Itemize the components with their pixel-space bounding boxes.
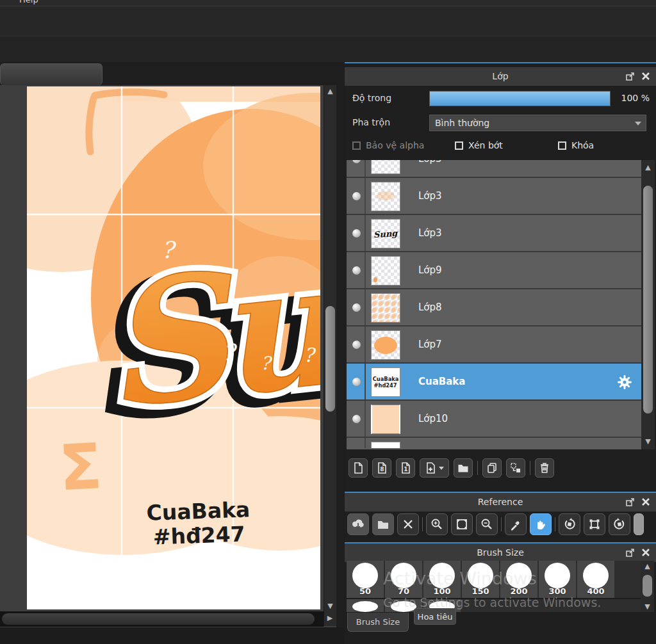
- layer-visibility-toggle[interactable]: [347, 438, 366, 448]
- import-image-button[interactable]: [347, 513, 369, 535]
- scroll-down-arrow-icon[interactable]: ▼: [324, 602, 336, 609]
- layer-list-scrollbar[interactable]: ▲ ▼: [641, 160, 655, 449]
- clear-reference-button[interactable]: [397, 513, 419, 535]
- delete-layer-button[interactable]: [535, 458, 554, 478]
- duplicate-layer-button[interactable]: [482, 458, 502, 478]
- close-icon[interactable]: [641, 497, 651, 507]
- brush-size-option[interactable]: 300: [539, 561, 576, 598]
- fit-view-button[interactable]: [451, 513, 473, 535]
- vertical-scroll-thumb[interactable]: [325, 306, 335, 412]
- open-folder-button[interactable]: [372, 513, 394, 535]
- scroll-right-arrow-icon[interactable]: ▶: [325, 615, 335, 625]
- layer-thumbnail: [371, 293, 400, 323]
- hand-tool-button[interactable]: [530, 513, 552, 535]
- layer-thumbnail: [371, 330, 400, 360]
- add-layer-menu-button[interactable]: [420, 458, 449, 478]
- clipping-checkbox[interactable]: Xén bớt: [455, 140, 503, 150]
- layer-row[interactable]: Lớp3: [347, 178, 641, 215]
- layer-row[interactable]: Lớp8: [347, 289, 641, 326]
- scroll-up-arrow-icon[interactable]: ▲: [324, 88, 336, 95]
- close-icon[interactable]: [641, 71, 651, 81]
- svg-text:Sun: Sun: [94, 211, 320, 446]
- opacity-slider[interactable]: [429, 91, 611, 106]
- zoom-out-button[interactable]: [476, 513, 498, 535]
- layer-row[interactable]: Sung Lớp3: [347, 215, 641, 252]
- layer-thumbnail: [371, 405, 400, 434]
- toolbar-separator: [477, 461, 478, 475]
- opacity-value: 100 %: [621, 93, 650, 103]
- canvas-page[interactable]: Σ Sun Sun Sun ?? ??: [27, 86, 320, 609]
- visibility-dot-icon: [352, 415, 361, 423]
- layer-visibility-toggle[interactable]: [347, 178, 366, 214]
- rotate-ccw-button[interactable]: [559, 513, 580, 535]
- brush-scroll-thumb[interactable]: [643, 575, 652, 597]
- brush-size-option[interactable]: [347, 599, 384, 612]
- layer-thumbnail: [371, 160, 400, 174]
- layer-row[interactable]: Lớp7: [347, 326, 641, 364]
- canvas-vertical-scrollbar[interactable]: ▲ ▼: [324, 85, 336, 626]
- scroll-down-arrow-icon[interactable]: ▼: [641, 603, 654, 610]
- eyedropper-button[interactable]: [505, 513, 527, 535]
- canvas-horizontal-scrollbar[interactable]: [0, 611, 324, 627]
- layer-visibility-toggle[interactable]: [347, 252, 366, 288]
- toolbar-separator: [422, 517, 423, 531]
- layer-thumbnail: Sung: [371, 219, 400, 248]
- rotate-cw-button[interactable]: [609, 513, 630, 535]
- canvas-viewport: Σ Sun Sun Sun ?? ??: [0, 85, 336, 627]
- popout-icon[interactable]: [625, 71, 636, 81]
- opacity-slider-fill: [430, 92, 610, 106]
- scroll-up-arrow-icon[interactable]: ▲: [641, 563, 654, 570]
- toolbar-strip-2: [0, 36, 656, 62]
- brush-dot: [352, 601, 378, 612]
- toolbar-strip: [0, 6, 656, 36]
- sun-lettering: Sun Sun Sun: [83, 211, 320, 453]
- visibility-dot-icon: [352, 303, 361, 312]
- layer-settings-gear-icon[interactable]: [617, 374, 632, 390]
- layer-visibility-toggle[interactable]: [347, 326, 366, 362]
- menu-item-help[interactable]: Help: [19, 0, 38, 4]
- popout-icon[interactable]: [625, 547, 636, 558]
- layer-scroll-thumb[interactable]: [643, 186, 653, 414]
- brush-dot: [545, 563, 570, 588]
- blend-mode-select[interactable]: Bình thường: [429, 115, 646, 131]
- scroll-up-arrow-icon[interactable]: ▲: [641, 164, 655, 171]
- new-1bit-layer-button[interactable]: 1: [396, 458, 415, 478]
- layer-visibility-toggle[interactable]: [347, 401, 366, 437]
- new-folder-button[interactable]: [454, 458, 473, 478]
- layer-row-selected[interactable]: CuaBaka #hd247 CuaBaka: [347, 364, 641, 401]
- layer-row[interactable]: Lớp5: [347, 160, 641, 178]
- canvas-document-tab[interactable]: [0, 63, 102, 85]
- lock-checkbox[interactable]: Khóa: [558, 140, 594, 150]
- scroll-down-arrow-icon[interactable]: ▼: [641, 438, 655, 445]
- layer-name: Lớp3: [418, 227, 442, 239]
- canvas-signature: CuaBaka #hđ247: [146, 497, 251, 550]
- layer-row[interactable]: Lớp10: [347, 401, 641, 438]
- popout-icon[interactable]: [625, 497, 636, 507]
- layer-row[interactable]: [347, 438, 641, 448]
- reset-view-button[interactable]: [584, 513, 605, 535]
- layer-visibility-toggle[interactable]: [347, 160, 366, 177]
- layer-row[interactable]: Lớp9: [347, 252, 641, 289]
- visibility-dot-icon: [352, 266, 361, 275]
- visibility-dot-icon: [352, 160, 361, 163]
- artwork: Σ Sun Sun Sun ?? ??: [27, 86, 320, 609]
- close-icon[interactable]: [641, 547, 651, 558]
- layer-visibility-toggle[interactable]: [347, 289, 366, 325]
- reference-extra-button[interactable]: [634, 513, 644, 535]
- zoom-in-button[interactable]: [426, 513, 448, 535]
- layer-visibility-toggle[interactable]: [347, 364, 366, 399]
- brush-panel-scrollbar[interactable]: ▲ ▼: [641, 561, 654, 612]
- brush-size-option[interactable]: 50: [347, 561, 384, 598]
- tab-hoa-tieu[interactable]: Hoa tiêu: [414, 608, 456, 625]
- chevron-down-icon: [439, 467, 444, 470]
- activate-windows-watermark-sub: Go to Settings to activate Windows.: [383, 595, 601, 609]
- tab-brush-size[interactable]: Brush Size: [347, 613, 409, 632]
- new-8bit-layer-button[interactable]: 8: [372, 458, 391, 478]
- visibility-dot-icon: [352, 341, 361, 349]
- horizontal-scroll-thumb[interactable]: [2, 613, 315, 625]
- brush-size-option[interactable]: 400: [577, 561, 614, 598]
- layer-visibility-toggle[interactable]: [347, 215, 366, 251]
- protect-alpha-checkbox[interactable]: Bảo vệ alpha: [352, 140, 424, 150]
- merge-layer-button[interactable]: [506, 458, 525, 478]
- new-layer-button[interactable]: [348, 458, 368, 478]
